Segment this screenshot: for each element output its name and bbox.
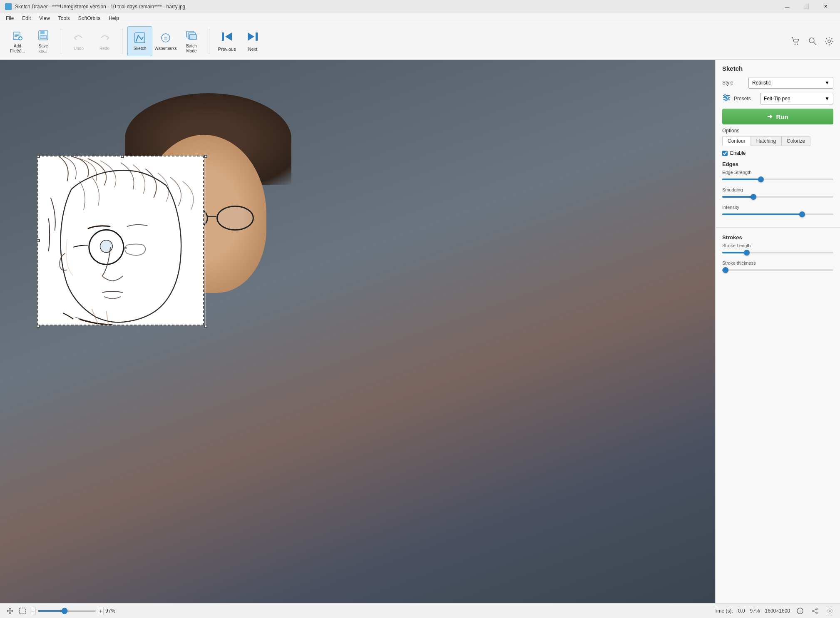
style-dropdown[interactable]: Realistic ▼ [748, 77, 833, 89]
toolbar-separator-1 [61, 29, 61, 54]
enable-checkbox[interactable] [722, 151, 728, 156]
presets-icon [722, 94, 731, 104]
toolbar-separator-2 [122, 29, 122, 54]
maximize-button[interactable]: ⬜ [797, 0, 816, 13]
save-as-button[interactable]: Saveas... [31, 26, 56, 56]
panel-title: Sketch [722, 65, 833, 72]
batch-mode-label: BatchMode [186, 44, 197, 54]
redo-icon [98, 31, 111, 45]
zoom-plus-button[interactable]: + [98, 607, 104, 615]
canvas-area[interactable] [0, 60, 715, 603]
menu-file[interactable]: File [2, 15, 18, 22]
settings-icon[interactable] [822, 34, 837, 49]
style-label: Style [722, 80, 745, 86]
presets-value: Felt-Tip pen [764, 96, 790, 102]
svg-rect-15 [189, 35, 196, 40]
svg-point-41 [829, 610, 831, 612]
svg-point-20 [795, 44, 796, 45]
time-label: Time (s): [713, 608, 733, 614]
intensity-label: Intensity [722, 205, 833, 210]
status-select-icon[interactable] [17, 606, 27, 616]
selection-handle-tr[interactable] [204, 155, 207, 158]
status-right: Time (s): 0.0 97% 1600×1600 i [713, 606, 835, 616]
svg-line-23 [814, 42, 816, 45]
sketch-label: Sketch [134, 46, 147, 51]
edge-strength-label: Edge Strength [722, 170, 833, 175]
edge-strength-row: Edge Strength [722, 170, 833, 182]
strokes-title: Strokes [722, 234, 833, 241]
run-arrow-icon: ➜ [767, 113, 773, 120]
selection-handle-bl[interactable] [37, 325, 40, 328]
svg-point-38 [812, 610, 814, 612]
menu-tools[interactable]: Tools [54, 15, 74, 22]
zoom-slider[interactable] [37, 610, 96, 612]
status-bar: − + 97% Time (s): 0.0 97% 1600×1600 i [0, 603, 840, 618]
selection-handle-ml[interactable] [37, 239, 40, 242]
svg-point-32 [725, 99, 727, 101]
time-value: 0.0 [738, 608, 745, 614]
previous-button[interactable]: Previous [214, 26, 239, 56]
svg-line-40 [814, 611, 816, 613]
app-icon [5, 3, 12, 10]
svg-text:©: © [164, 36, 167, 41]
add-files-label: AddFile(s)... [10, 44, 25, 54]
options-tabs: Contour Hatching Colorize [722, 136, 833, 146]
sketch-button[interactable]: Sketch [127, 26, 152, 56]
svg-rect-9 [40, 35, 47, 39]
status-info-icon[interactable]: i [795, 606, 805, 616]
search-icon[interactable] [805, 34, 820, 49]
menu-help[interactable]: Help [104, 15, 123, 22]
undo-button[interactable]: Undo [66, 26, 91, 56]
edges-title: Edges [722, 161, 833, 167]
strokes-section: Strokes Stroke Length Stroke thickness [716, 228, 840, 283]
run-button[interactable]: ➜ Run [722, 109, 833, 124]
svg-line-39 [814, 609, 816, 611]
options-label: Options [722, 128, 833, 134]
minimize-button[interactable]: — [778, 0, 797, 13]
selection-handle-tm[interactable] [121, 155, 124, 158]
menu-edit[interactable]: Edit [18, 15, 35, 22]
tab-contour[interactable]: Contour [722, 136, 751, 146]
split-divider [205, 156, 206, 325]
zoom-value: 97% [105, 608, 120, 614]
presets-dropdown[interactable]: Felt-Tip pen ▼ [760, 93, 833, 104]
next-button[interactable]: Next [240, 26, 265, 56]
svg-point-36 [816, 608, 818, 610]
redo-button[interactable]: Redo [92, 26, 117, 56]
zoom-minus-button[interactable]: − [30, 607, 36, 615]
svg-rect-17 [222, 32, 224, 41]
svg-point-21 [797, 44, 798, 45]
next-icon [246, 31, 259, 45]
save-as-label: Saveas... [39, 44, 48, 54]
menu-softorbits[interactable]: SoftOrbits [74, 15, 104, 22]
close-button[interactable]: ✕ [816, 0, 835, 13]
selection-handle-tl[interactable] [37, 155, 40, 158]
status-settings-icon[interactable] [825, 606, 835, 616]
menu-bar: File Edit View Tools SoftOrbits Help [0, 13, 840, 23]
sketch-icon [133, 31, 147, 45]
menu-view[interactable]: View [35, 15, 54, 22]
svg-marker-18 [248, 32, 254, 41]
main-layout: Sketch Style Realistic ▼ [0, 60, 840, 603]
add-files-button[interactable]: AddFile(s)... [5, 26, 30, 56]
smudging-row: Smudging [722, 187, 833, 200]
watermarks-button[interactable]: © Watermarks [153, 26, 178, 56]
window-controls: — ⬜ ✕ [778, 0, 835, 13]
cart-icon[interactable] [788, 34, 803, 49]
tab-colorize[interactable]: Colorize [781, 136, 810, 146]
tab-hatching[interactable]: Hatching [751, 136, 781, 146]
dimensions: 1600×1600 [765, 608, 790, 614]
svg-text:i: i [800, 609, 800, 613]
previous-icon [220, 31, 234, 45]
svg-point-24 [828, 40, 830, 42]
svg-marker-16 [225, 32, 232, 41]
batch-mode-button[interactable]: BatchMode [179, 26, 204, 56]
save-as-icon [37, 29, 50, 42]
svg-point-26 [100, 240, 113, 253]
selection-handle-br[interactable] [204, 325, 207, 328]
svg-point-31 [727, 97, 729, 99]
status-share-icon[interactable] [810, 606, 820, 616]
style-value: Realistic [752, 80, 771, 86]
status-move-icon[interactable] [5, 606, 15, 616]
window-title: Sketch Drawer - ****Unregistered version… [15, 4, 185, 10]
